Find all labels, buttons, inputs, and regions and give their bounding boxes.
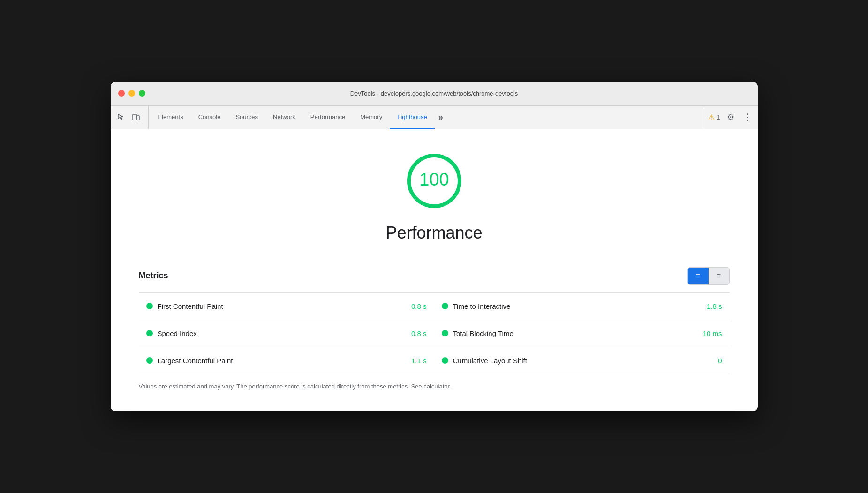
svg-rect-0 [133,114,136,120]
grid-view-button[interactable]: ≡ [709,268,729,284]
calculator-link[interactable]: See calculator. [411,383,451,390]
metric-fcp-name: First Contentful Paint [158,302,407,310]
metrics-footer: Values are estimated and may vary. The p… [139,374,730,393]
metric-fcp: First Contentful Paint 0.8 s [139,293,434,320]
metric-si-value: 0.8 s [411,329,427,337]
tab-memory[interactable]: Memory [353,106,390,129]
metric-fcp-indicator [146,303,153,309]
metric-tbt: Total Blocking Time 10 ms [434,320,730,347]
metric-tbt-name: Total Blocking Time [453,329,698,337]
toolbar-right: ⚠ 1 ⚙ ⋮ [704,106,754,129]
metrics-header: Metrics ≡ ≡ [139,267,730,285]
tab-list: Elements Console Sources Network Perform… [151,106,702,129]
view-toggle: ≡ ≡ [687,267,730,285]
score-circle: 100 [401,148,467,214]
tab-sources[interactable]: Sources [228,106,265,129]
metric-cls: Cumulative Layout Shift 0 [434,347,730,374]
metric-lcp-value: 1.1 s [411,357,427,365]
score-title: Performance [385,223,482,243]
inspect-element-icon[interactable] [114,111,128,124]
maximize-button[interactable] [139,90,145,97]
tab-network[interactable]: Network [265,106,303,129]
metric-tti: Time to Interactive 1.8 s [434,293,730,320]
window-title: DevTools - developers.google.com/web/too… [350,90,518,97]
metric-si-name: Speed Index [158,329,407,337]
metric-lcp: Largest Contentful Paint 1.1 s [139,347,434,374]
metric-tti-name: Time to Interactive [453,302,702,310]
metric-tbt-value: 10 ms [703,329,722,337]
more-options-button[interactable]: ⋮ [741,111,754,124]
score-section: 100 Performance [139,148,730,258]
metric-tti-value: 1.8 s [707,302,722,310]
metric-si: Speed Index 0.8 s [139,320,434,347]
lighthouse-panel: 100 Performance Metrics ≡ ≡ [111,129,758,412]
devtools-window: DevTools - developers.google.com/web/too… [111,82,758,412]
tab-performance[interactable]: Performance [303,106,353,129]
tab-lighthouse[interactable]: Lighthouse [390,106,435,129]
svg-text:100: 100 [419,170,449,189]
metric-tbt-indicator [442,330,448,336]
close-button[interactable] [118,90,125,97]
metric-si-indicator [146,330,153,336]
more-tabs-button[interactable]: » [435,106,447,129]
title-bar: DevTools - developers.google.com/web/too… [111,82,758,106]
metric-lcp-name: Largest Contentful Paint [158,357,407,365]
tab-elements[interactable]: Elements [151,106,191,129]
perf-score-link[interactable]: performance score is calculated [249,383,335,390]
device-toggle-icon[interactable] [129,111,143,124]
list-view-button[interactable]: ≡ [688,268,709,284]
metric-cls-name: Cumulative Layout Shift [453,357,714,365]
metric-cls-indicator [442,357,448,364]
metric-cls-value: 0 [718,357,722,365]
tab-console[interactable]: Console [191,106,228,129]
traffic-lights [118,90,145,97]
metric-fcp-value: 0.8 s [411,302,427,310]
metric-lcp-indicator [146,357,153,364]
devtools-toolbar: Elements Console Sources Network Perform… [111,106,758,129]
metric-tti-indicator [442,303,448,309]
metrics-title: Metrics [139,271,168,281]
toolbar-icons [114,106,149,129]
metrics-grid: First Contentful Paint 0.8 s Time to Int… [139,293,730,374]
settings-button[interactable]: ⚙ [724,111,737,124]
minimize-button[interactable] [128,90,135,97]
warning-badge[interactable]: ⚠ 1 [708,113,720,122]
score-circle-wrapper: 100 [401,148,467,216]
warning-icon: ⚠ [708,113,715,122]
svg-rect-1 [137,116,139,120]
metrics-section: Metrics ≡ ≡ First Contentful Paint [139,267,730,393]
